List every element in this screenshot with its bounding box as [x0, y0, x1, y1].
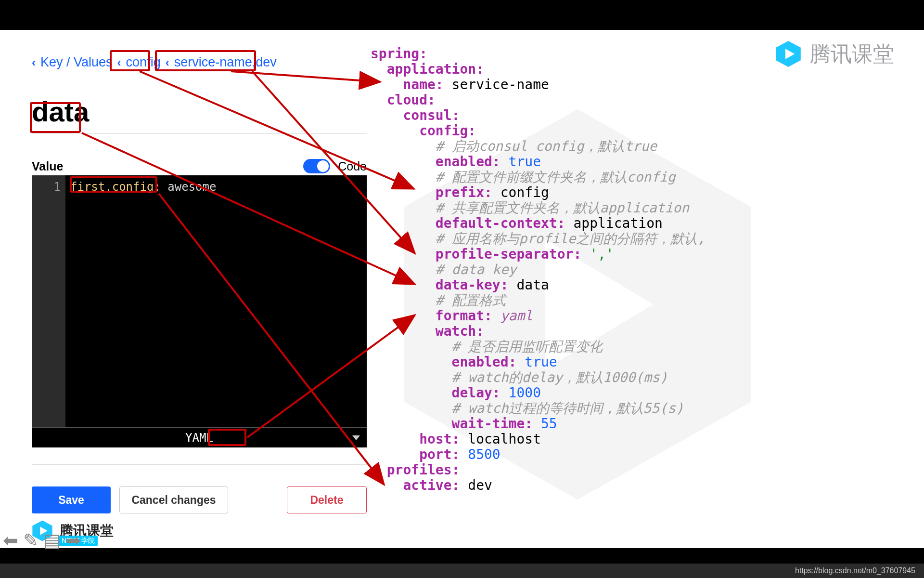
divider — [32, 133, 367, 134]
code-toggle[interactable] — [303, 159, 330, 173]
language-label: YAML — [185, 431, 213, 445]
source-url: https://blog.csdn.net/m0_37607945 — [795, 566, 915, 575]
breadcrumb: ‹ Key / Values ‹ config ‹ service-name,d… — [32, 55, 277, 70]
divider — [32, 464, 367, 465]
breadcrumb-service[interactable]: service-name,dev — [174, 55, 277, 70]
content-stage: ‹ Key / Values ‹ config ‹ service-name,d… — [0, 30, 924, 548]
breadcrumb-root[interactable]: Key / Values — [40, 55, 113, 70]
chevron-left-icon: ‹ — [117, 56, 121, 69]
list-icon[interactable]: ▤ — [43, 530, 61, 551]
arrow-right-icon[interactable]: ➡ — [65, 530, 81, 551]
slide-nav-icons: ⬅ ✎ ▤ ➡ — [3, 530, 81, 551]
brand-watermark: 腾讯课堂 — [774, 39, 894, 68]
value-editor[interactable]: 1 first.config: awesome YAML — [32, 175, 367, 447]
footer-bar: https://blog.csdn.net/m0_37607945 — [0, 564, 924, 578]
editor-key: first.config — [70, 180, 154, 194]
value-label: Value — [32, 159, 63, 173]
cancel-button[interactable]: Cancel changes — [119, 486, 228, 513]
delete-button[interactable]: Delete — [287, 486, 367, 513]
chevron-left-icon: ‹ — [32, 56, 36, 69]
arrow-left-icon[interactable]: ⬅ — [3, 530, 18, 551]
page-title: data — [32, 95, 89, 128]
line-gutter: 1 — [32, 175, 65, 447]
code-label: Code — [338, 159, 367, 173]
svg-line-2 — [231, 71, 380, 82]
pencil-icon[interactable]: ✎ — [23, 530, 38, 551]
chevron-down-icon — [352, 435, 360, 440]
button-row: Save Cancel changes Delete — [32, 486, 367, 513]
breadcrumb-config[interactable]: config — [126, 55, 161, 70]
editor-value: awesome — [167, 180, 216, 194]
editor-line-1: first.config: awesome — [70, 180, 216, 194]
brand-text: 腾讯课堂 — [809, 40, 894, 68]
language-select[interactable]: YAML — [32, 427, 367, 447]
yaml-config: spring: application: name: service-name … — [371, 46, 746, 493]
value-header: Value Code — [32, 159, 367, 173]
chevron-left-icon: ‹ — [166, 56, 169, 69]
save-button[interactable]: Save — [32, 486, 111, 513]
hex-logo-icon — [774, 39, 803, 68]
